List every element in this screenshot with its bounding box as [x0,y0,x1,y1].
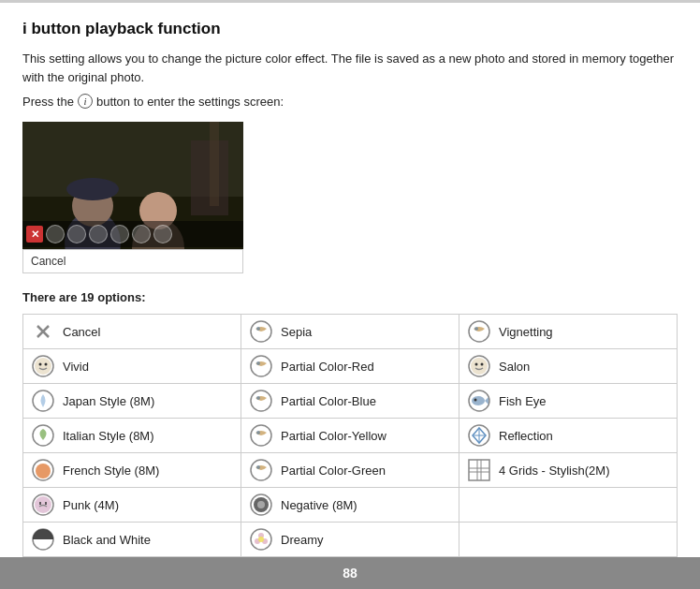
toolbar-icon-6[interactable] [153,225,172,243]
option-icon [467,354,491,378]
cell-inner: Negative (8M) [249,493,451,517]
table-cell: Japan Style (8M) [23,384,241,419]
option-label: Vignetting [499,325,553,339]
cell-inner: 4 Grids - Stylish(2M) [467,458,669,482]
table-cell [459,488,678,523]
description: This setting allows you to change the pi… [22,50,678,86]
svg-point-20 [256,361,260,365]
i-button-icon: i [78,94,93,109]
toolbar-icon-4[interactable] [110,225,129,243]
cell-inner: Italian Style (8M) [31,423,233,448]
option-label: Italian Style (8M) [63,429,154,443]
cell-inner: Japan Style (8M) [31,389,233,413]
svg-point-22 [471,358,488,375]
option-icon [249,319,273,344]
table-cell: Vivid [23,349,241,384]
svg-point-17 [39,363,42,366]
option-label: Cancel [63,325,100,339]
option-icon [467,458,491,482]
table-cell: Cancel [23,315,241,349]
photo-toolbar: ✕ [22,221,243,247]
svg-rect-43 [469,460,489,480]
photo-preview: ✕ Cancel [22,122,243,273]
option-label: Vivid [63,360,89,374]
toolbar-icon-2[interactable] [67,225,86,243]
option-label: Japan Style (8M) [63,394,154,408]
options-table: CancelSepiaVignettingVividPartial Color-… [22,314,678,557]
table-cell: Partial Color-Yellow [241,419,459,453]
cell-inner: Punk (4M) [31,493,233,517]
option-label: Negative (8M) [281,498,357,512]
cancel-label: Cancel [31,255,66,268]
svg-point-34 [256,431,260,434]
cell-inner: Dreamy [249,527,451,552]
option-icon [249,493,273,517]
table-cell: Partial Color-Blue [241,384,459,419]
option-icon [31,527,55,552]
cell-inner: Partial Color-Red [249,354,451,378]
svg-point-24 [481,363,484,366]
svg-point-40 [36,464,51,479]
option-icon [467,319,491,344]
svg-point-60 [258,537,264,542]
cell-inner: Black and White [31,527,233,552]
option-icon [31,354,55,378]
cell-inner: Partial Color-Yellow [249,423,451,448]
toolbar-icon-1[interactable] [46,225,65,243]
press-instruction: Press the i button to enter the settings… [22,94,678,109]
option-icon [31,319,55,344]
option-label: Partial Color-Blue [281,394,376,408]
cell-inner: Partial Color-Green [249,458,451,482]
option-icon [467,423,491,448]
svg-point-14 [474,327,478,331]
option-icon [31,389,55,413]
table-cell: Fish Eye [459,384,678,419]
option-icon [467,389,491,413]
cell-inner: Reflection [467,423,669,448]
page-title: i button playback function [22,20,678,38]
svg-point-23 [475,363,478,366]
table-cell: Italian Style (8M) [23,419,241,453]
option-label: Fish Eye [499,394,547,408]
option-icon [249,423,273,448]
press-text-after: button to enter the settings screen: [96,95,284,109]
table-cell [459,523,678,557]
table-cell: Sepia [241,315,459,349]
cell-inner: Vignetting [467,319,669,344]
table-cell: Partial Color-Red [241,349,459,384]
svg-point-54 [257,501,265,508]
main-content: i button playback function This setting … [0,3,700,557]
svg-point-42 [256,465,260,469]
table-cell: Vignetting [459,315,678,349]
table-cell: Partial Color-Green [241,453,459,488]
option-label: Dreamy [281,533,324,547]
option-label: French Style (8M) [63,464,159,478]
option-label: Reflection [499,429,553,443]
option-label: Salon [499,360,530,374]
svg-point-29 [472,396,485,405]
svg-point-12 [256,327,260,331]
cancel-x-icon[interactable]: ✕ [26,226,43,243]
cell-inner: Cancel [31,319,233,344]
table-cell: Punk (4M) [23,488,241,523]
option-label: Partial Color-Green [281,464,386,478]
option-icon [31,423,55,448]
option-label: Partial Color-Red [281,360,374,374]
option-icon [249,389,273,413]
svg-point-16 [35,358,51,375]
svg-point-31 [474,399,477,402]
options-intro: There are 19 options: [22,290,678,304]
svg-rect-8 [210,122,219,206]
option-label: Black and White [63,533,151,547]
option-label: 4 Grids - Stylish(2M) [499,464,609,478]
option-icon [249,458,273,482]
cell-inner: Salon [467,354,669,378]
table-cell: French Style (8M) [23,453,241,488]
toolbar-icon-5[interactable] [132,225,151,243]
svg-point-27 [256,396,260,400]
toolbar-icon-3[interactable] [89,225,108,243]
table-cell: Negative (8M) [241,488,459,523]
cell-inner: Sepia [249,319,451,344]
table-cell: Salon [459,349,678,384]
option-icon [31,458,55,482]
